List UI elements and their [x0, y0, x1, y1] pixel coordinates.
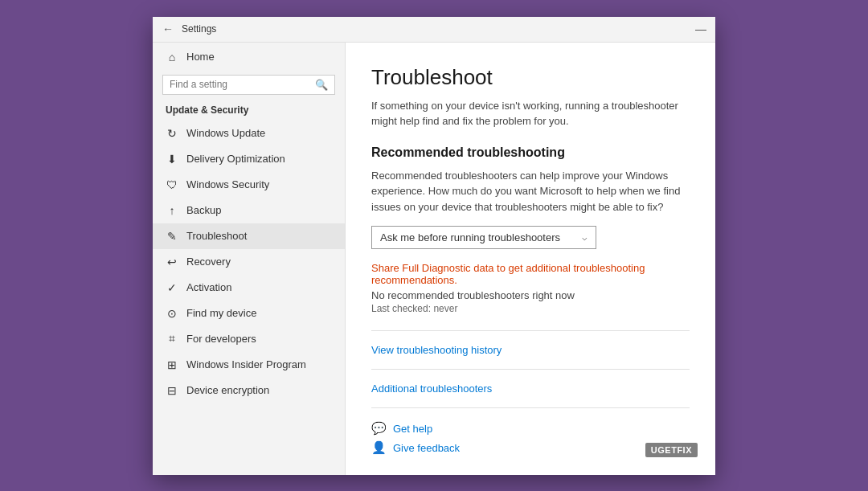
sidebar-item-label: Windows Insider Program — [186, 358, 306, 370]
view-history-link[interactable]: View troubleshooting history — [371, 344, 690, 356]
sidebar-section-title: Update & Security — [153, 101, 345, 121]
sidebar-item-delivery-optimization[interactable]: ⬇ Delivery Optimization — [153, 146, 345, 172]
ugetfix-badge: UGETFIX — [645, 443, 698, 457]
sidebar-item-find-my-device[interactable]: ⊙ Find my device — [153, 301, 345, 326]
windows-update-icon: ↻ — [166, 127, 178, 140]
sidebar: ⌂ Home 🔍 Update & Security ↻ Windows Upd… — [153, 43, 346, 475]
recovery-icon: ↩ — [166, 256, 178, 268]
sidebar-item-for-developers[interactable]: ⌗ For developers — [153, 326, 345, 352]
delivery-optimization-icon: ⬇ — [166, 153, 178, 166]
recommended-section-title: Recommended troubleshooting — [371, 145, 690, 160]
sidebar-item-troubleshoot[interactable]: ✎ Troubleshoot — [153, 223, 345, 249]
sidebar-item-label: Troubleshoot — [186, 230, 247, 242]
home-icon: ⌂ — [166, 51, 178, 63]
help-icon: 💬 — [371, 421, 387, 436]
sidebar-item-label: Backup — [186, 204, 221, 216]
title-bar: ← Settings — — [153, 17, 715, 43]
troubleshoot-dropdown[interactable]: Ask me before running troubleshooters ⌵ — [371, 226, 596, 249]
windows-security-icon: 🛡 — [166, 178, 178, 191]
sidebar-item-label: Windows Security — [186, 178, 269, 190]
device-encryption-icon: ⊟ — [166, 384, 178, 397]
search-box[interactable]: 🔍 — [162, 75, 335, 95]
feedback-icon: 👤 — [371, 440, 387, 455]
sidebar-item-label: Device encryption — [186, 384, 269, 396]
sidebar-item-label: Recovery — [186, 256, 231, 268]
give-feedback-link[interactable]: 👤 Give feedback — [371, 440, 690, 455]
sidebar-item-device-encryption[interactable]: ⊟ Device encryption — [153, 378, 345, 403]
minimize-button[interactable]: — — [696, 24, 706, 34]
additional-troubleshooters-link[interactable]: Additional troubleshooters — [371, 383, 690, 395]
settings-window: ← Settings — ⌂ Home 🔍 Update & Security — [153, 17, 715, 475]
sidebar-item-windows-update[interactable]: ↻ Windows Update — [153, 121, 345, 146]
troubleshoot-icon: ✎ — [166, 230, 178, 243]
divider-2 — [371, 369, 690, 370]
sidebar-item-label: Delivery Optimization — [186, 153, 285, 165]
window-controls: — — [696, 24, 706, 34]
page-title: Troubleshoot — [371, 65, 690, 90]
sidebar-item-activation[interactable]: ✓ Activation — [153, 275, 345, 301]
dropdown-value: Ask me before running troubleshooters — [380, 231, 560, 243]
find-my-device-icon: ⊙ — [166, 307, 178, 320]
main-content: Troubleshoot If something on your device… — [346, 43, 715, 475]
for-developers-icon: ⌗ — [166, 333, 178, 346]
get-help-link[interactable]: 💬 Get help — [371, 421, 690, 436]
sidebar-item-windows-security[interactable]: 🛡 Windows Security — [153, 172, 345, 198]
no-troubleshooters-status: No recommended troubleshooters right now — [371, 289, 690, 301]
get-help-label: Get help — [393, 423, 432, 435]
share-diagnostic-link[interactable]: Share Full Diagnostic data to get additi… — [371, 262, 690, 286]
give-feedback-label: Give feedback — [393, 442, 460, 454]
sidebar-item-windows-insider[interactable]: ⊞ Windows Insider Program — [153, 352, 345, 378]
sidebar-item-backup[interactable]: ↑ Backup — [153, 198, 345, 223]
chevron-down-icon: ⌵ — [582, 232, 588, 243]
recommended-section-description: Recommended troubleshooters can help imp… — [371, 168, 690, 215]
page-description: If something on your device isn't workin… — [371, 98, 690, 129]
activation-icon: ✓ — [166, 281, 178, 294]
search-input[interactable] — [170, 79, 310, 90]
content-area: ⌂ Home 🔍 Update & Security ↻ Windows Upd… — [153, 43, 715, 475]
sidebar-item-label: For developers — [186, 333, 256, 345]
sidebar-item-home[interactable]: ⌂ Home — [153, 43, 345, 72]
sidebar-item-label: Activation — [186, 281, 231, 293]
sidebar-item-label: Windows Update — [186, 127, 265, 139]
home-label: Home — [186, 51, 215, 63]
back-button[interactable]: ← — [162, 23, 174, 35]
divider — [371, 330, 690, 331]
sidebar-item-recovery[interactable]: ↩ Recovery — [153, 249, 345, 275]
search-icon: 🔍 — [315, 79, 328, 91]
sidebar-item-label: Find my device — [186, 307, 256, 319]
divider-3 — [371, 407, 690, 408]
window-title: Settings — [182, 23, 696, 35]
last-checked-text: Last checked: never — [371, 303, 690, 314]
windows-insider-icon: ⊞ — [166, 358, 178, 371]
backup-icon: ↑ — [166, 204, 178, 217]
